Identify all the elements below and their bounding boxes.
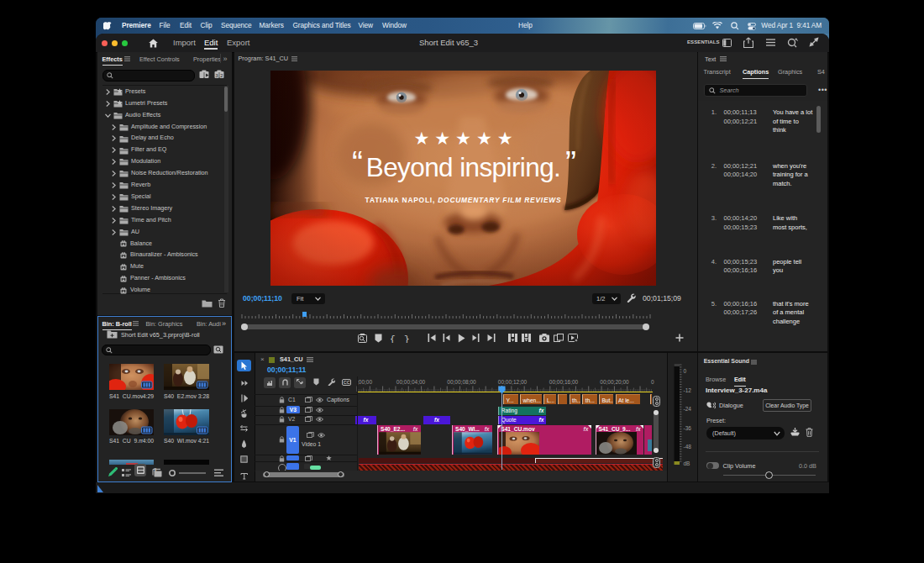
svg-text:-48: -48 xyxy=(684,444,692,450)
svg-text:▓: ▓ xyxy=(155,468,157,471)
svg-text:-36: -36 xyxy=(684,425,692,431)
svg-text:dB: dB xyxy=(684,460,690,466)
svg-text:{: { xyxy=(390,334,396,343)
svg-text:2: 2 xyxy=(220,73,223,78)
svg-text:0: 0 xyxy=(684,368,687,374)
svg-text:}: } xyxy=(404,334,410,343)
svg-text:-24: -24 xyxy=(684,406,692,412)
svg-text:-12: -12 xyxy=(684,387,692,393)
svg-text:3: 3 xyxy=(215,73,218,78)
